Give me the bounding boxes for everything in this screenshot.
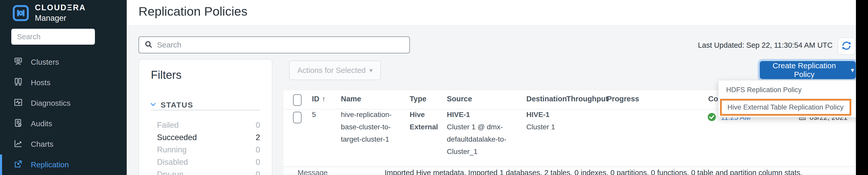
sidebar-item-charts[interactable]: Charts [0,134,127,154]
sidebar-item-label: Replication [31,161,69,169]
sidebar-nav: Clusters Hosts [0,52,127,175]
charts-icon [13,139,23,150]
screen-edge-black-strip [856,0,868,175]
caret-down-icon: ▾ [851,67,854,74]
column-header-id[interactable]: ID↑ [312,95,326,103]
sidebar: CLOUDΞRA Manager Clusters [0,0,127,175]
refresh-icon [841,40,852,52]
filter-label: Failed [157,121,179,131]
sidebar-item-label: Charts [31,140,53,149]
create-policy-dropdown-menu: HDFS Replication Policy Hive External Ta… [718,80,856,118]
create-replication-policy-button[interactable]: Create Replication Policy ▾ [760,61,856,79]
policies-search-input[interactable] [156,40,404,50]
column-header-type[interactable]: Type [410,95,427,103]
sidebar-item-replication[interactable]: Replication [0,154,127,175]
column-header-source[interactable]: Source [447,95,472,103]
column-header-destination[interactable]: Destination [526,95,567,103]
column-header-throughput[interactable]: Throughput [566,95,608,103]
search-icon [144,40,153,50]
chevron-down-icon [149,100,157,109]
last-updated-text: Last Updated: Sep 22, 11:30:54 AM UTC [652,41,833,50]
cell-name[interactable]: hive-replication- base-cluster-to- targe… [341,109,392,145]
diagnostics-icon [13,97,23,109]
active-indicator [0,154,2,175]
success-check-icon [707,112,717,123]
sidebar-search-input[interactable] [11,29,95,45]
filter-label: Disabled [157,157,188,168]
cell-destination: HIVE-1 Cluster 1 [526,109,555,133]
filter-count: 0 [256,121,260,131]
cloudera-manager-logo[interactable]: CLOUDΞRA Manager [12,3,86,24]
page-title: Replication Policies [138,4,248,19]
filter-section-status[interactable]: STATUS [149,100,193,109]
policies-search-box [138,36,410,53]
hosts-icon [13,77,23,89]
filter-row-succeeded[interactable]: Succeeded 2 [157,133,260,143]
filter-count: 0 [256,145,260,155]
sort-ascending-icon: ↑ [322,95,326,103]
brand-name: CLOUDΞRA [35,3,86,12]
caret-down-icon: ▾ [369,67,373,74]
menu-item-hdfs-replication-policy[interactable]: HDFS Replication Policy [718,80,856,94]
sidebar-item-diagnostics[interactable]: Diagnostics [0,93,127,113]
filters-panel: Filters STATUS Failed 0 Succeeded 2 Runn… [138,59,272,175]
filter-count: 0 [256,170,260,175]
select-all-checkbox[interactable] [293,94,302,106]
clusters-icon [13,56,23,68]
message-row: Message Imported Hive metadata. Imported… [298,169,802,175]
sidebar-item-label: Clusters [31,58,59,66]
filter-count: 0 [256,157,260,168]
message-label: Message [298,169,328,175]
divider [283,167,855,167]
cell-source: HIVE-1 Cluster 1 @ dmx- defaultdatalake-… [447,109,506,158]
filter-label: Dry-run [157,170,183,175]
menu-item-hive-external-table-replication-policy[interactable]: Hive External Table Replication Policy [727,104,844,111]
filter-label: Running [157,145,186,155]
screen: Replication Policies CLOUDΞRA Manager [0,0,868,175]
replication-icon [13,159,23,171]
column-header-completed-truncated[interactable]: Co [708,95,718,103]
sidebar-item-label: Hosts [31,78,51,87]
filter-row-running[interactable]: Running 0 [157,145,260,155]
annotation-highlight-box: Hive External Table Replication Policy [720,99,851,116]
filter-row-dry-run[interactable]: Dry-run 0 [157,170,260,175]
divider [151,110,260,110]
filter-count: 2 [256,133,260,143]
brand-subname: Manager [35,13,66,23]
refresh-button[interactable] [838,37,855,55]
column-header-name[interactable]: Name [341,95,361,103]
sidebar-item-audits[interactable]: Audits [0,113,127,134]
sidebar-item-hosts[interactable]: Hosts [0,72,127,93]
filter-section-label: STATUS [161,100,193,109]
cell-id: 5 [312,109,316,121]
cloudera-logo-icon [12,5,29,23]
filter-label: Succeeded [157,133,197,143]
filter-row-failed[interactable]: Failed 0 [157,121,260,131]
message-text: Imported Hive metadata. Imported 1 datab… [385,169,802,175]
sidebar-item-label: Audits [31,119,52,128]
sidebar-item-clusters[interactable]: Clusters [0,52,127,72]
filter-row-disabled[interactable]: Disabled 0 [157,157,260,168]
column-header-progress[interactable]: Progress [607,95,639,103]
sidebar-item-label: Diagnostics [31,99,70,108]
cell-type: Hive External [410,109,438,133]
row-checkbox[interactable] [293,112,302,123]
filters-title: Filters [151,68,182,81]
actions-for-selected-button[interactable]: Actions for Selected ▾ [289,61,381,80]
audits-icon [13,118,23,129]
